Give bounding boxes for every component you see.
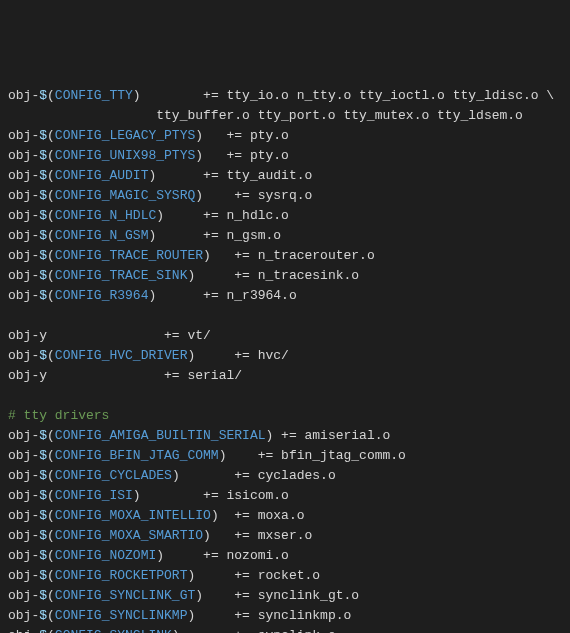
token: += sysrq.o [203,188,312,203]
code-line: obj-$(CONFIG_N_GSM) += n_gsm.o [8,226,562,246]
token: $ [39,508,47,523]
token: ( [47,508,55,523]
token: ) [195,188,203,203]
token: += pty.o [203,148,289,163]
token: += pty.o [203,128,289,143]
token: tty_buffer.o tty_port.o tty_mutex.o tty_… [8,108,523,123]
code-line: obj-$(CONFIG_MOXA_INTELLIO) += moxa.o [8,506,562,526]
token: ( [47,628,55,633]
code-line: # tty drivers [8,406,562,426]
token: ) [172,628,180,633]
code-line: obj-$(CONFIG_SYNCLINK_GT) += synclink_gt… [8,586,562,606]
token: += cyclades.o [180,468,336,483]
token: obj- [8,588,39,603]
token: obj- [8,208,39,223]
code-line: obj-$(CONFIG_ROCKETPORT) += rocket.o [8,566,562,586]
token: += n_tracerouter.o [211,248,375,263]
token: $ [39,168,47,183]
code-line: obj-$(CONFIG_BFIN_JTAG_COMM) += bfin_jta… [8,446,562,466]
token: $ [39,348,47,363]
token: obj- [8,268,39,283]
code-line: obj-y += serial/ [8,366,562,386]
token: $ [39,448,47,463]
token: obj- [8,128,39,143]
token: CONFIG_MOXA_SMARTIO [55,528,203,543]
token: $ [39,428,47,443]
token: $ [39,528,47,543]
token: obj- [8,348,39,363]
token: obj- [8,508,39,523]
token: $ [39,548,47,563]
code-block: obj-$(CONFIG_TTY) += tty_io.o n_tty.o tt… [8,86,562,633]
token: obj- [8,148,39,163]
token: $ [39,268,47,283]
token: += synclinkmp.o [195,608,351,623]
token: += mxser.o [211,528,312,543]
token: CONFIG_LEGACY_PTYS [55,128,195,143]
token: $ [39,488,47,503]
token: CONFIG_CYCLADES [55,468,172,483]
token: ( [47,88,55,103]
token: += bfin_jtag_comm.o [226,448,405,463]
token: += nozomi.o [164,548,289,563]
code-line: obj-$(CONFIG_NOZOMI) += nozomi.o [8,546,562,566]
token: CONFIG_UNIX98_PTYS [55,148,195,163]
token: $ [39,148,47,163]
token: CONFIG_ROCKETPORT [55,568,188,583]
token: CONFIG_BFIN_JTAG_COMM [55,448,219,463]
token: ( [47,228,55,243]
token: obj-y += vt/ [8,328,211,343]
token: obj- [8,168,39,183]
token: ( [47,608,55,623]
code-line: obj-$(CONFIG_ISI) += isicom.o [8,486,562,506]
token: += synclink_gt.o [203,588,359,603]
token: $ [39,568,47,583]
token: CONFIG_AUDIT [55,168,149,183]
token: ( [47,428,55,443]
token: CONFIG_NOZOMI [55,548,156,563]
token: ) [203,528,211,543]
token: $ [39,248,47,263]
code-line: obj-y += vt/ [8,326,562,346]
token: CONFIG_MAGIC_SYSRQ [55,188,195,203]
token: ) [195,128,203,143]
token: obj- [8,568,39,583]
code-line: obj-$(CONFIG_AMIGA_BUILTIN_SERIAL) += am… [8,426,562,446]
token: $ [39,588,47,603]
code-line: obj-$(CONFIG_TRACE_ROUTER) += n_tracerou… [8,246,562,266]
code-line: obj-$(CONFIG_UNIX98_PTYS) += pty.o [8,146,562,166]
token: ) [172,468,180,483]
token: ( [47,128,55,143]
token: ( [47,268,55,283]
token: CONFIG_MOXA_INTELLIO [55,508,211,523]
token: $ [39,288,47,303]
token: $ [39,468,47,483]
token: ) [133,488,141,503]
code-line: obj-$(CONFIG_AUDIT) += tty_audit.o [8,166,562,186]
token: ( [47,448,55,463]
token: # tty drivers [8,408,109,423]
token: obj- [8,88,39,103]
code-line: obj-$(CONFIG_N_HDLC) += n_hdlc.o [8,206,562,226]
token: CONFIG_N_HDLC [55,208,156,223]
token: ( [47,588,55,603]
token: CONFIG_ISI [55,488,133,503]
token: $ [39,128,47,143]
token: += amiserial.o [273,428,390,443]
token: += hvc/ [195,348,289,363]
token: obj- [8,428,39,443]
token: += n_r3964.o [156,288,296,303]
token: ( [47,148,55,163]
token: CONFIG_SYNCLINK_GT [55,588,195,603]
token: obj- [8,248,39,263]
token: ) [156,548,164,563]
token: ( [47,168,55,183]
code-line: obj-$(CONFIG_TRACE_SINK) += n_tracesink.… [8,266,562,286]
token: ( [47,488,55,503]
token: += tty_io.o n_tty.o tty_ioctl.o tty_ldis… [141,88,554,103]
token: ) [195,588,203,603]
code-line: obj-$(CONFIG_SYNCLINK) += synclink.o [8,626,562,633]
code-line: obj-$(CONFIG_HVC_DRIVER) += hvc/ [8,346,562,366]
token: obj- [8,628,39,633]
token: obj- [8,468,39,483]
